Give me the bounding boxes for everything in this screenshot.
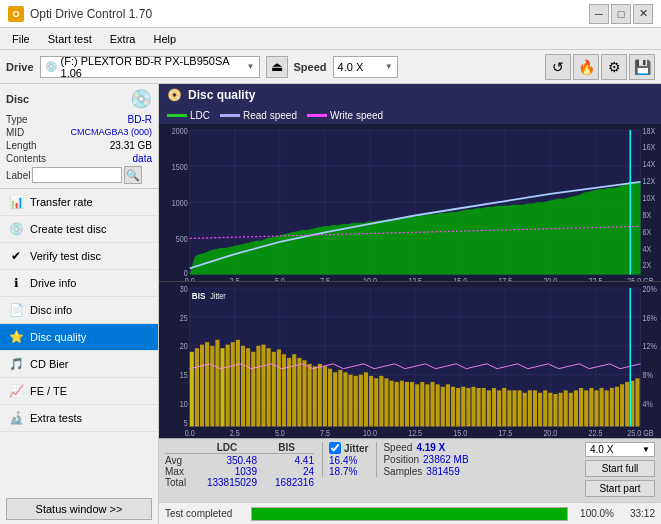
svg-rect-160	[559, 392, 563, 426]
total-label: Total	[165, 477, 195, 488]
nav-items: 📊 Transfer rate 💿 Create test disc ✔ Ver…	[0, 189, 158, 494]
svg-rect-152	[518, 390, 522, 426]
length-label: Length	[6, 140, 37, 151]
refresh-button[interactable]: ↺	[545, 54, 571, 80]
svg-text:20: 20	[180, 341, 189, 351]
svg-text:15.0: 15.0	[453, 277, 468, 281]
maximize-button[interactable]: □	[611, 4, 631, 24]
speed-dropdown[interactable]: 4.0 X ▼	[585, 442, 655, 457]
disc-image-icon: 💿	[130, 88, 152, 110]
drive-label: Drive	[6, 61, 34, 73]
bottom-chart: BIS Jitter	[159, 282, 661, 439]
sidebar-item-disc-quality[interactable]: ⭐ Disc quality	[0, 324, 158, 351]
save-button[interactable]: 💾	[629, 54, 655, 80]
fe-te-label: FE / TE	[30, 385, 67, 397]
transfer-rate-icon: 📊	[8, 194, 24, 210]
minimize-button[interactable]: ─	[589, 4, 609, 24]
svg-text:12.5: 12.5	[408, 428, 423, 438]
svg-rect-105	[277, 349, 281, 426]
svg-rect-95	[226, 344, 230, 426]
svg-rect-122	[364, 372, 368, 426]
drive-bar: Drive 💿 (F:) PLEXTOR BD-R PX-LB950SA 1.0…	[0, 50, 661, 84]
svg-rect-97	[236, 339, 240, 426]
svg-text:22.5: 22.5	[588, 428, 603, 438]
svg-rect-113	[318, 363, 322, 426]
svg-text:12.5: 12.5	[408, 277, 423, 281]
label-btn[interactable]: 🔍	[124, 166, 142, 184]
settings-button[interactable]: ⚙	[601, 54, 627, 80]
burn-button[interactable]: 🔥	[573, 54, 599, 80]
legend-write-speed: Write speed	[307, 110, 383, 121]
samples-label: Samples	[383, 466, 422, 477]
samples-val: 381459	[426, 466, 459, 477]
chart-header-icon: 📀	[167, 88, 182, 102]
svg-rect-141	[461, 386, 465, 426]
svg-rect-154	[528, 390, 532, 426]
disc-quality-label: Disc quality	[30, 331, 86, 343]
drive-select-text: (F:) PLEXTOR BD-R PX-LB950SA 1.06	[61, 55, 243, 79]
svg-rect-147	[492, 387, 496, 426]
sidebar-item-fe-te[interactable]: 📈 FE / TE	[0, 378, 158, 405]
contents-value: data	[133, 153, 152, 164]
status-window-button[interactable]: Status window >>	[6, 498, 152, 520]
action-section: 4.0 X ▼ Start full Start part	[585, 442, 655, 497]
ldc-legend-label: LDC	[190, 110, 210, 121]
chart-header: 📀 Disc quality	[159, 84, 661, 106]
svg-rect-175	[635, 378, 639, 426]
svg-text:10X: 10X	[643, 194, 656, 204]
svg-text:16X: 16X	[643, 143, 656, 153]
svg-rect-168	[600, 387, 604, 426]
max-label: Max	[165, 466, 195, 477]
svg-rect-166	[589, 387, 593, 426]
svg-rect-125	[379, 375, 383, 426]
svg-text:10: 10	[180, 399, 189, 409]
svg-rect-117	[338, 369, 342, 426]
fe-te-icon: 📈	[8, 383, 24, 399]
svg-text:5.0: 5.0	[275, 428, 286, 438]
svg-rect-150	[507, 390, 511, 426]
menu-file[interactable]: File	[4, 31, 38, 47]
status-text: Test completed	[165, 508, 245, 519]
svg-rect-146	[487, 390, 491, 426]
menu-start-test[interactable]: Start test	[40, 31, 100, 47]
svg-rect-138	[446, 384, 450, 426]
eject-button[interactable]: ⏏	[266, 56, 288, 78]
charts-area: 2000 1500 1000 500 0 18X 16X 14X 12X 10X…	[159, 124, 661, 438]
svg-rect-170	[610, 387, 614, 426]
menu-help[interactable]: Help	[145, 31, 184, 47]
svg-text:4%: 4%	[643, 399, 653, 409]
svg-text:7.5: 7.5	[320, 428, 331, 438]
sidebar-item-create-test-disc[interactable]: 💿 Create test disc	[0, 216, 158, 243]
svg-text:4X: 4X	[643, 244, 652, 254]
close-button[interactable]: ✕	[633, 4, 653, 24]
svg-rect-109	[297, 357, 301, 426]
svg-rect-121	[359, 374, 363, 426]
svg-text:20.0: 20.0	[543, 277, 558, 281]
start-full-button[interactable]: Start full	[585, 460, 655, 477]
svg-rect-134	[425, 384, 429, 426]
sidebar-item-drive-info[interactable]: ℹ Drive info	[0, 270, 158, 297]
menu-extra[interactable]: Extra	[102, 31, 144, 47]
sidebar-item-extra-tests[interactable]: 🔬 Extra tests	[0, 405, 158, 432]
drive-select[interactable]: 💿 (F:) PLEXTOR BD-R PX-LB950SA 1.06 ▼	[40, 56, 260, 78]
write-speed-color	[307, 114, 327, 117]
speed-select[interactable]: 4.0 X ▼	[333, 56, 398, 78]
sidebar-item-verify-test-disc[interactable]: ✔ Verify test disc	[0, 243, 158, 270]
svg-rect-101	[256, 345, 260, 426]
max-ldc: 1039	[197, 466, 257, 477]
sidebar-item-cd-bier[interactable]: 🎵 CD Bier	[0, 351, 158, 378]
drive-info-icon: ℹ	[8, 275, 24, 291]
svg-rect-127	[390, 380, 394, 426]
sidebar-item-disc-info[interactable]: 📄 Disc info	[0, 297, 158, 324]
jitter-checkbox[interactable]	[329, 442, 341, 454]
label-input[interactable]	[32, 167, 122, 183]
sidebar-item-transfer-rate[interactable]: 📊 Transfer rate	[0, 189, 158, 216]
svg-text:25.0 GB: 25.0 GB	[627, 428, 653, 438]
svg-rect-173	[625, 381, 629, 426]
start-part-button[interactable]: Start part	[585, 480, 655, 497]
svg-text:14X: 14X	[643, 160, 656, 170]
svg-rect-130	[405, 381, 409, 426]
svg-text:8%: 8%	[643, 370, 653, 380]
cd-bier-icon: 🎵	[8, 356, 24, 372]
max-jitter: 18.7%	[329, 466, 368, 477]
